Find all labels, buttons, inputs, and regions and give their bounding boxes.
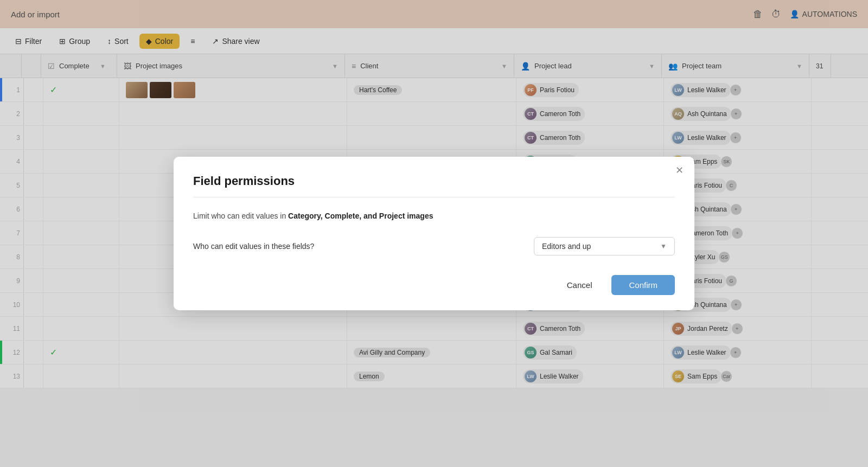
modal-question-row: Who can edit values in these fields? Edi…: [193, 237, 675, 255]
modal-fields: Category, Complete, and Project images: [288, 212, 433, 220]
modal-divider: [193, 197, 675, 197]
confirm-button[interactable]: Confirm: [611, 275, 675, 295]
permissions-dropdown[interactable]: Editors and up ▼: [534, 237, 675, 255]
field-permissions-modal: ✕ Field permissions Limit who can edit v…: [174, 157, 694, 310]
modal-title: Field permissions: [193, 174, 675, 188]
modal-overlay: ✕ Field permissions Limit who can edit v…: [0, 0, 868, 467]
modal-close-button[interactable]: ✕: [675, 165, 684, 175]
modal-actions: Cancel Confirm: [193, 275, 675, 295]
modal-description: Limit who can edit values in Category, C…: [193, 210, 675, 222]
modal-question: Who can edit values in these fields?: [193, 242, 521, 251]
cancel-button[interactable]: Cancel: [554, 275, 605, 295]
chevron-down-icon: ▼: [660, 242, 667, 250]
